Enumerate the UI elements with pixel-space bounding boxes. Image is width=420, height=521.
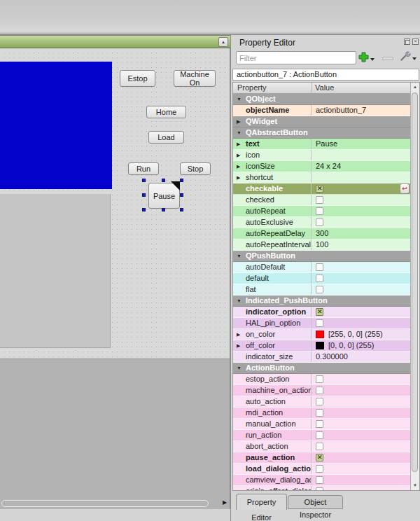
shade-button[interactable]: ▲	[218, 37, 228, 47]
property-name[interactable]: estop_action	[233, 374, 312, 384]
collapse-icon[interactable]: ▼	[237, 296, 241, 306]
collapse-icon[interactable]: ▼	[237, 127, 241, 138]
property-name[interactable]: auto_action	[233, 396, 312, 407]
load-button[interactable]: Load	[148, 131, 184, 144]
table-header[interactable]: Property Value	[233, 83, 410, 94]
property-value[interactable]	[312, 385, 410, 396]
chevron-down-icon[interactable]	[370, 58, 374, 61]
checkbox-unchecked[interactable]	[316, 409, 323, 417]
property-name[interactable]: default	[233, 273, 312, 284]
property-value[interactable]	[312, 441, 410, 452]
property-group-QPushButton[interactable]: ▼QPushButton	[233, 251, 410, 262]
selection-handle-top-left[interactable]	[142, 179, 146, 182]
checkbox-unchecked[interactable]	[316, 319, 323, 327]
reset-property-button[interactable]: ↩	[400, 183, 410, 194]
property-value[interactable]	[312, 262, 410, 272]
checkbox-unchecked[interactable]	[316, 387, 323, 394]
column-header-property[interactable]: Property	[237, 83, 267, 92]
checkbox-unchecked[interactable]	[316, 443, 323, 450]
property-row-off_color[interactable]: ▶off_color[0, 0, 0] (255)	[233, 340, 410, 352]
property-group-ActionButton[interactable]: ▼ActionButton	[233, 363, 410, 374]
property-name[interactable]: shortcut	[233, 172, 312, 183]
property-row-camview_dialog_acti...[interactable]: camview_dialog_acti...	[233, 475, 410, 486]
property-value[interactable]	[312, 195, 410, 205]
property-row-load_dialog_action[interactable]: load_dialog_action	[233, 464, 410, 475]
checkbox-unchecked[interactable]	[316, 263, 323, 271]
property-row-autoRepeatDelay[interactable]: autoRepeatDelay300	[233, 228, 410, 239]
pause-button-selected[interactable]: Pause	[148, 183, 180, 209]
add-dynamic-property-button[interactable]	[358, 52, 369, 62]
checkbox-unchecked[interactable]	[316, 196, 323, 204]
filter-input[interactable]	[236, 51, 356, 64]
checkbox-checked[interactable]	[316, 454, 323, 461]
property-row-pause_action[interactable]: pause_action	[233, 452, 410, 464]
property-value[interactable]	[312, 217, 410, 228]
form-window-titlebar[interactable]: ▲	[0, 35, 230, 48]
property-name[interactable]: autoDefault	[233, 262, 312, 272]
scroll-right-icon[interactable]: ▶	[223, 499, 227, 506]
property-group-QAbstractButton[interactable]: ▼QAbstractButton	[233, 127, 410, 139]
property-row-text[interactable]: ▶textPause	[233, 139, 410, 150]
property-row-origin_offset_dialog[interactable]: origin_offset_dialog	[233, 486, 410, 491]
property-group-QObject[interactable]: ▼QObject	[233, 94, 410, 105]
remove-dynamic-property-button[interactable]	[382, 57, 393, 60]
checkbox-unchecked[interactable]	[316, 398, 323, 405]
form-canvas[interactable]: Estop Machine On Home Load Run Stop Paus…	[0, 48, 230, 359]
property-row-autoDefault[interactable]: autoDefault	[233, 262, 410, 273]
property-value[interactable]	[312, 419, 410, 429]
property-row-objectName[interactable]: objectNameactionbutton_7	[233, 105, 410, 116]
property-name[interactable]: iconSize	[233, 161, 312, 172]
checkbox-unchecked[interactable]	[316, 218, 323, 226]
property-value[interactable]	[312, 273, 410, 284]
checkbox-unchecked[interactable]	[316, 207, 323, 215]
run-button[interactable]: Run	[128, 162, 159, 175]
collapse-icon[interactable]: ▼	[237, 94, 241, 104]
property-row-flat[interactable]: flat	[233, 284, 410, 296]
property-name[interactable]: indicator_option	[233, 307, 312, 317]
expand-icon[interactable]: ▶	[237, 116, 240, 127]
property-value[interactable]: 0.300000	[312, 352, 410, 362]
property-value[interactable]: Pause	[312, 139, 410, 149]
property-name[interactable]: run_action	[233, 430, 312, 440]
property-name[interactable]: on_color	[233, 329, 312, 340]
checkbox-checked[interactable]	[316, 308, 323, 316]
checkbox-checked[interactable]	[316, 185, 323, 193]
property-row-shortcut[interactable]: ▶shortcut	[233, 172, 410, 183]
property-value[interactable]: 24 x 24	[312, 161, 410, 172]
home-button[interactable]: Home	[146, 106, 186, 118]
checkbox-unchecked[interactable]	[316, 375, 323, 383]
property-value[interactable]	[312, 374, 410, 384]
property-row-estop_action[interactable]: estop_action	[233, 374, 410, 385]
checkbox-unchecked[interactable]	[316, 286, 323, 293]
close-dock-icon[interactable]: ✕	[412, 39, 419, 45]
selection-handle-top-right[interactable]	[180, 179, 183, 182]
property-name[interactable]: objectName	[233, 105, 312, 116]
property-row-machine_on_action[interactable]: machine_on_action	[233, 385, 410, 396]
machine-on-button[interactable]: Machine On	[174, 70, 216, 87]
property-row-mdi_action[interactable]: mdi_action	[233, 408, 410, 419]
tab-object-inspector[interactable]: Object Inspector	[288, 495, 343, 509]
chevron-down-icon[interactable]	[412, 57, 416, 60]
checkbox-unchecked[interactable]	[316, 487, 323, 491]
property-name[interactable]: manual_action	[233, 419, 312, 429]
stop-button[interactable]: Stop	[180, 162, 211, 175]
selection-handle-bottom-left[interactable]	[142, 208, 146, 211]
blue-display-widget[interactable]	[0, 62, 112, 189]
estop-button[interactable]: Estop	[120, 70, 155, 87]
selection-handle-mid-right[interactable]	[180, 193, 183, 197]
property-value[interactable]: [255, 0, 0] (255)	[312, 329, 410, 340]
property-row-checkable[interactable]: checkable↩	[233, 183, 410, 195]
property-row-icon[interactable]: ▶icon	[233, 150, 410, 161]
property-name[interactable]: camview_dialog_acti...	[233, 475, 312, 485]
tab-property-editor[interactable]: Property Editor	[236, 494, 287, 510]
horizontal-scrollbar[interactable]	[1, 500, 209, 507]
property-value[interactable]	[312, 464, 410, 474]
property-value[interactable]	[312, 206, 410, 216]
property-value[interactable]	[312, 150, 410, 160]
property-name[interactable]: origin_offset_dialog	[233, 486, 312, 491]
property-value[interactable]	[312, 452, 410, 463]
float-dock-icon[interactable]	[404, 39, 410, 45]
vertical-scrollbar[interactable]: ▲ ▼	[410, 83, 419, 490]
property-row-autoExclusive[interactable]: autoExclusive	[233, 217, 410, 228]
property-value[interactable]	[312, 408, 410, 418]
